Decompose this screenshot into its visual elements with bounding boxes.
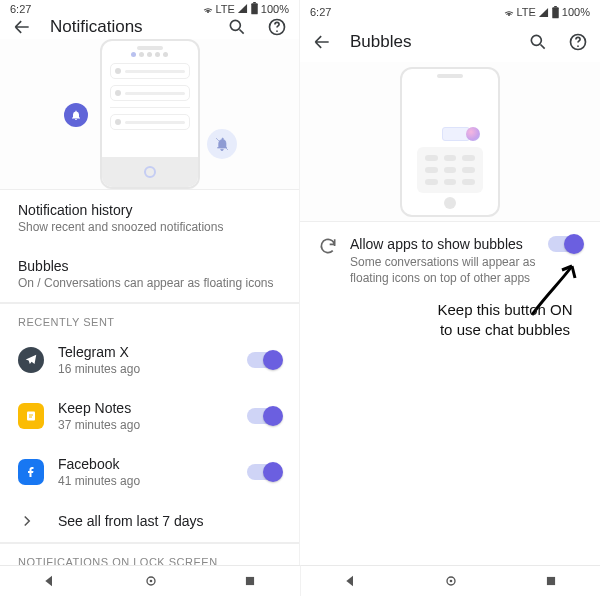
bubbles-screen: 6:27 LTE 100% Bubbles (300, 0, 600, 565)
allow-label: Allow apps to show bubbles (350, 236, 536, 252)
item-sub: Show recent and snoozed notifications (18, 220, 281, 234)
app-sub: 37 minutes ago (58, 418, 233, 432)
allow-sub: Some conversations will appear as floati… (350, 254, 536, 286)
clock: 6:27 (310, 6, 331, 18)
recently-sent-header: Recently sent (0, 304, 299, 332)
hero-illustration (300, 62, 600, 222)
item-sub: On / Conversations can appear as floatin… (18, 276, 281, 290)
nav-back-icon[interactable] (42, 573, 58, 589)
search-icon[interactable] (526, 30, 550, 54)
svg-rect-1 (253, 2, 256, 3)
nav-recents-icon[interactable] (544, 574, 558, 588)
notification-history-item[interactable]: Notification history Show recent and sno… (0, 190, 299, 246)
svg-rect-7 (554, 6, 557, 7)
status-bar: 6:27 LTE 100% (0, 0, 299, 15)
bubbles-item[interactable]: Bubbles On / Conversations can appear as… (0, 246, 299, 302)
signal-icon (237, 3, 248, 14)
lock-screen-header: Notifications on lock screen (0, 544, 299, 565)
svg-point-2 (230, 20, 240, 30)
page-title: Bubbles (350, 32, 510, 52)
svg-rect-5 (27, 412, 35, 421)
bell-off-badge-icon (207, 129, 237, 159)
search-icon[interactable] (225, 15, 249, 39)
see-all-item[interactable]: See all from last 7 days (0, 500, 299, 542)
notifications-screen: 6:27 LTE 100% Notifications (0, 0, 300, 565)
help-icon[interactable] (566, 30, 590, 54)
app-toggle[interactable] (247, 408, 281, 424)
annotation-text: Keep this button ON to use chat bubbles (420, 300, 590, 339)
page-title: Notifications (50, 17, 209, 37)
back-icon[interactable] (10, 15, 34, 39)
network-label: LTE (216, 3, 235, 15)
hotspot-icon (503, 6, 515, 18)
allow-bubbles-toggle[interactable] (548, 236, 582, 252)
nav-home-icon[interactable] (443, 573, 459, 589)
app-toggle[interactable] (247, 464, 281, 480)
svg-point-15 (450, 580, 453, 583)
hero-illustration (0, 39, 299, 190)
app-row-telegram[interactable]: Telegram X 16 minutes ago (0, 332, 299, 388)
nav-home-icon[interactable] (143, 573, 159, 589)
battery-icon (551, 6, 560, 19)
app-name: Telegram X (58, 344, 233, 360)
app-sub: 41 minutes ago (58, 474, 233, 488)
battery-icon (250, 2, 259, 15)
app-bar: Notifications (0, 15, 299, 39)
allow-bubbles-row[interactable]: Allow apps to show bubbles Some conversa… (300, 222, 600, 300)
svg-point-4 (276, 30, 278, 32)
app-name: Keep Notes (58, 400, 233, 416)
clock: 6:27 (10, 3, 31, 15)
battery-label: 100% (562, 6, 590, 18)
see-all-label: See all from last 7 days (58, 513, 281, 529)
nav-back-icon[interactable] (343, 573, 359, 589)
svg-point-12 (149, 580, 152, 583)
facebook-icon (18, 459, 44, 485)
nav-bar (0, 565, 301, 596)
app-name: Facebook (58, 456, 233, 472)
svg-point-8 (531, 35, 541, 45)
item-label: Notification history (18, 202, 281, 218)
hotspot-icon (202, 3, 214, 15)
keep-icon (18, 403, 44, 429)
battery-label: 100% (261, 3, 289, 15)
svg-rect-16 (547, 577, 555, 585)
status-bar: 6:27 LTE 100% (300, 0, 600, 22)
nav-bar (301, 565, 601, 596)
signal-icon (538, 7, 549, 18)
network-label: LTE (517, 6, 536, 18)
bell-badge-icon (64, 103, 88, 127)
nav-recents-icon[interactable] (243, 574, 257, 588)
svg-rect-13 (246, 577, 254, 585)
help-icon[interactable] (265, 15, 289, 39)
app-bar: Bubbles (300, 22, 600, 62)
svg-rect-6 (552, 7, 559, 18)
app-row-facebook[interactable]: Facebook 41 minutes ago (0, 444, 299, 500)
svg-rect-0 (251, 3, 258, 14)
refresh-icon (318, 236, 338, 256)
app-row-keep[interactable]: Keep Notes 37 minutes ago (0, 388, 299, 444)
item-label: Bubbles (18, 258, 281, 274)
app-toggle[interactable] (247, 352, 281, 368)
chevron-right-icon (18, 512, 44, 530)
telegram-icon (18, 347, 44, 373)
app-sub: 16 minutes ago (58, 362, 233, 376)
back-icon[interactable] (310, 30, 334, 54)
svg-point-10 (577, 45, 579, 47)
